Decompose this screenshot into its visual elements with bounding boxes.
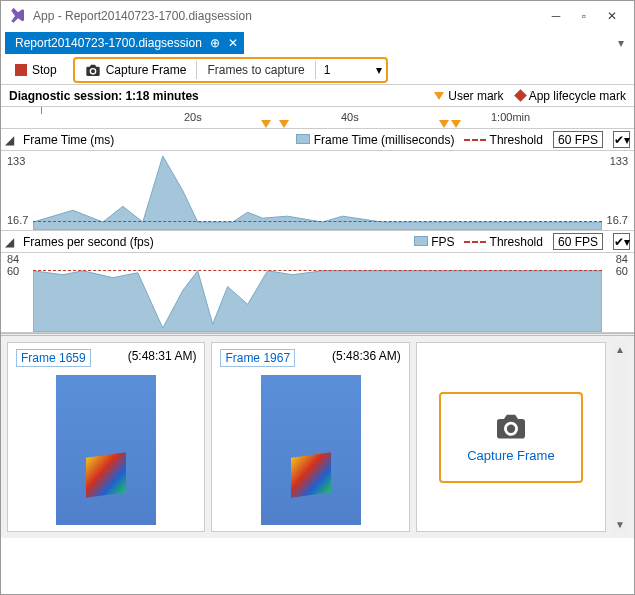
chart-area [33,253,602,332]
chart-title: Frame Time (ms) [23,133,114,147]
frame-time: (5:48:31 AM) [128,349,197,367]
ruler-tick: 20s [184,111,202,123]
close-button[interactable]: ✕ [598,5,626,27]
diamond-icon [514,89,527,102]
user-mark-icon[interactable] [261,120,271,128]
frame-thumbnail[interactable] [56,375,156,525]
frame-time-chart[interactable]: 133 16.7 133 16.7 [1,151,634,231]
maximize-button[interactable]: ▫ [570,5,598,27]
tab-menu-icon[interactable]: ▾ [618,36,624,50]
minimize-button[interactable]: ─ [542,5,570,27]
series-legend: FPS [414,235,455,249]
capture-label: Capture Frame [106,63,187,77]
document-tabs: Report20140723-1700.diagsession ⊕ ✕ ▾ [1,31,634,55]
timeline-ruler[interactable]: 20s 40s 1:00min [1,107,634,129]
user-mark-icon[interactable] [439,120,449,128]
camera-icon [494,412,528,440]
triangle-icon [434,92,444,100]
frame-time: (5:48:36 AM) [332,349,401,367]
capture-toolbar-group: Capture Frame Frames to capture 1 ▾ [73,57,388,83]
threshold-legend: Threshold [464,235,543,249]
scroll-up-icon[interactable]: ▲ [613,342,627,357]
stop-button[interactable]: Stop [9,61,63,79]
diag-value: 1:18 minutes [125,89,198,103]
svg-marker-1 [33,271,602,332]
scroll-down-icon[interactable]: ▼ [613,517,627,532]
threshold-line [33,270,602,271]
threshold-line [33,221,602,222]
vs-logo-icon [9,7,27,25]
fps-select[interactable]: 60 FPS [553,233,603,250]
capture-tile-label: Capture Frame [467,448,554,463]
user-mark-icon[interactable] [279,120,289,128]
frames-value: 1 [324,63,331,77]
frame-time-header: ◢ Frame Time (ms) Frame Time (millisecon… [1,129,634,151]
titlebar: App - Report20140723-1700.diagsession ─ … [1,1,634,31]
stop-label: Stop [32,63,57,77]
fps-toggle[interactable]: ✔▾ [613,233,630,250]
stop-icon [15,64,27,76]
fps-toggle[interactable]: ✔▾ [613,131,630,148]
frame-link[interactable]: Frame 1659 [16,349,91,367]
collapse-icon[interactable]: ◢ [5,235,17,249]
fps-chart[interactable]: 84 60 84 60 [1,253,634,333]
fps-select[interactable]: 60 FPS [553,131,603,148]
frames-to-capture-select[interactable]: 1 ▾ [316,59,386,81]
tab-close-icon[interactable]: ✕ [228,36,238,50]
frame-card[interactable]: Frame 1659 (5:48:31 AM) [7,342,205,532]
captured-frames-panel: Frame 1659 (5:48:31 AM) Frame 1967 (5:48… [1,333,634,538]
ruler-tick: 1:00min [491,111,530,123]
scrollbar[interactable]: ▲ ▼ [612,342,628,532]
chevron-down-icon: ▾ [376,63,382,77]
svg-marker-0 [33,156,602,230]
frame-card[interactable]: Frame 1967 (5:48:36 AM) [211,342,409,532]
tab-report[interactable]: Report20140723-1700.diagsession ⊕ ✕ [5,32,244,54]
diag-label: Diagnostic session: [9,89,122,103]
collapse-icon[interactable]: ◢ [5,133,17,147]
frame-thumbnail[interactable] [261,375,361,525]
chart-area [33,151,602,230]
user-mark-icon[interactable] [451,120,461,128]
series-legend: Frame Time (milliseconds) [296,133,454,147]
capture-frame-button[interactable]: Capture Frame [75,59,197,81]
ruler-tick: 40s [341,111,359,123]
fps-header: ◢ Frames per second (fps) FPS Threshold … [1,231,634,253]
chart-title: Frames per second (fps) [23,235,154,249]
window-title: App - Report20140723-1700.diagsession [33,9,542,23]
toolbar: Stop Capture Frame Frames to capture 1 ▾ [1,55,634,85]
capture-frame-tile: Capture Frame [416,342,606,532]
capture-frame-button-large[interactable]: Capture Frame [439,392,582,483]
threshold-legend: Threshold [464,133,543,147]
tab-label: Report20140723-1700.diagsession [15,36,202,50]
user-mark-legend: User mark [434,89,503,103]
frame-link[interactable]: Frame 1967 [220,349,295,367]
camera-icon [85,63,101,77]
diagnostic-session-row: Diagnostic session: 1:18 minutes User ma… [1,85,634,107]
app-lifecycle-legend: App lifecycle mark [516,89,626,103]
pin-icon[interactable]: ⊕ [210,36,220,50]
frames-to-capture-label: Frames to capture [197,63,314,77]
